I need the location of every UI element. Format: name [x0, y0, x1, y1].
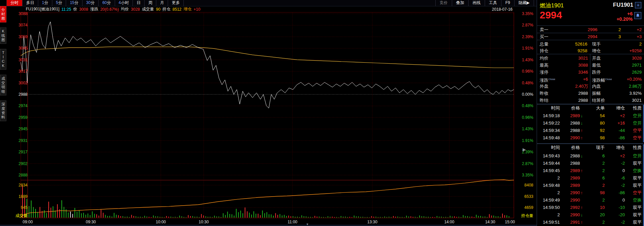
oi-axis-label: 4659 — [515, 206, 533, 210]
contract-name: 燃油1901 — [540, 2, 564, 9]
tick-table-row[interactable]: 22990↓20-20双平 — [537, 211, 644, 219]
tick-table-qty: 2 — [584, 219, 605, 226]
big-order-table-header: 时间价格大单增仓性质 — [537, 105, 644, 111]
time-axis-label: 09:30 — [81, 220, 101, 224]
tick-table-price: 2990 — [560, 189, 580, 197]
tick-table-oi-change: -2 — [605, 219, 625, 226]
panel-collapse-handle[interactable]: ▶ — [522, 146, 527, 153]
percent-axis-label: 2.39% — [515, 35, 533, 39]
percent-axis-label: 0.48% — [515, 104, 533, 108]
big-order-table-qty: 54 — [584, 112, 605, 120]
quote-grid-value: 2.40万 — [559, 83, 588, 90]
alert-bell-button[interactable] — [634, 12, 641, 19]
stat-value: +9258 — [607, 47, 642, 54]
tick-table-time: 14:59:50 — [538, 204, 560, 211]
big-order-table-header-cell: 时间 — [538, 105, 560, 111]
big-order-table-row[interactable]: 14:59:222988↓80+16空开 — [537, 120, 644, 127]
tick-table-time: 14:59:48 — [538, 182, 560, 189]
tick-table-price: 2989 — [560, 182, 580, 189]
percent-axis-label: 1.91% — [515, 139, 533, 143]
tick-table-time: 14:59:44 — [538, 160, 560, 167]
tick-table-time: 14:59:45 — [538, 167, 560, 174]
quote-grid-label: 昨结 — [540, 97, 548, 104]
tick-table-row[interactable]: 229896-6双平 — [537, 174, 644, 182]
big-order-table-header-cell: 增仓 — [605, 105, 625, 111]
tick-table-row[interactable]: 14:59:432988↓6+2空开 — [537, 152, 644, 160]
big-order-table-oi-change: -86 — [605, 134, 625, 142]
volume-axis-label: 945 — [7, 206, 28, 210]
quote-grid-row: 昨结2988结算价3021 — [537, 97, 644, 104]
stat-value: 52616 — [557, 41, 587, 48]
depth-row-买一[interactable]: 买一29943+3 — [537, 33, 644, 40]
tick-table-header-cell: 现手 — [584, 144, 605, 151]
scroll-down-icon[interactable]: ▼ — [306, 223, 309, 226]
big-order-table-oi-change: +16 — [605, 120, 625, 127]
quote-grid-value: 2988 — [559, 97, 588, 104]
tick-table-qty: 6 — [584, 174, 605, 182]
panel-separator — [537, 33, 644, 33]
stat-label: 增仓 — [592, 47, 601, 54]
big-order-table-row[interactable]: 14:59:342988↑92-44空平 — [537, 127, 644, 134]
quote-grid-row: 昨收2988振幅3.92% — [537, 90, 644, 97]
depth-row-卖一[interactable]: 卖一29962+2 — [537, 26, 644, 33]
quote-grid-value: 2629 — [611, 69, 642, 76]
tick-table-header-cell: 性质 — [626, 144, 642, 151]
tick-table-row[interactable]: 14:59:452989↑20空换 — [537, 167, 644, 174]
quote-panel: 燃油1901 FU1901 + 2994 +6 +0.20% 卖一29962+2… — [537, 0, 644, 226]
tick-table-qty: 2 — [584, 197, 605, 204]
tick-table-row[interactable]: 22990↑98-86空平 — [537, 189, 644, 197]
tick-table-oi-change: -86 — [605, 189, 625, 197]
quote-grid-value: 3021 — [559, 55, 588, 62]
contract-code: FU1901 — [613, 2, 633, 8]
tick-table-row[interactable]: 14:59:49299020空换 — [537, 197, 644, 204]
price-axis-label: 2959 — [7, 116, 28, 120]
tick-table-qty: 2 — [584, 160, 605, 167]
panel-separator — [537, 104, 644, 104]
big-order-table-oi-change: -44 — [605, 127, 625, 134]
quote-grid-value: 3028 — [611, 55, 642, 62]
add-contract-button[interactable]: + — [635, 2, 641, 8]
price-axis-label: 3088 — [7, 12, 28, 16]
stat-row-总量: 总量52616现手2 — [537, 41, 644, 48]
oi-pane-title: 持仓量 — [515, 214, 533, 218]
tick-table-qty: 98 — [584, 189, 605, 197]
stat-label: 现手 — [592, 41, 601, 48]
quote-grid-value: 3.92% — [611, 90, 642, 97]
price-change: +6 — [627, 11, 633, 16]
tick-table-time: 14:59:51 — [538, 219, 560, 226]
tick-table-qty: 10 — [584, 204, 605, 211]
bell-icon — [636, 13, 640, 18]
tick-table-row[interactable]: 14:59:4429882-2双平 — [537, 160, 644, 167]
tick-table-time: 14:59:49 — [538, 197, 560, 204]
price-axis-label: 3017 — [7, 69, 28, 73]
stat-label: 总量 — [540, 41, 548, 48]
percent-axis-label: 1.43% — [515, 127, 533, 131]
time-axis-label: 14:00 — [439, 220, 459, 224]
big-order-table-oi-change: +2 — [605, 112, 625, 120]
tick-table-row[interactable]: 14:59:502992↑10-10双平 — [537, 204, 644, 211]
tick-table-price: 2991 — [560, 219, 580, 226]
tick-table-header-cell: 时间 — [538, 144, 560, 151]
quote-grid-label: 振幅 — [592, 90, 601, 97]
price-axis-label: 2974 — [7, 104, 28, 108]
tick-table-price: 2990 — [560, 197, 580, 204]
big-order-table-header-cell: 大单 — [584, 105, 605, 111]
big-order-table-header-cell: 性质 — [626, 105, 642, 111]
percent-axis-label: 2.87% — [515, 162, 533, 166]
big-order-table-qty: 80 — [584, 120, 605, 127]
big-order-table-row[interactable]: 14:59:182989↓54+2空开 — [537, 112, 644, 120]
tick-table-row[interactable]: 14:59:4829892-2双平 — [537, 182, 644, 189]
time-axis-label: 14:30 — [480, 220, 500, 224]
tick-table-qty: 6 — [584, 152, 605, 160]
tick-table-nature: 空平 — [626, 189, 642, 197]
tick-table-row[interactable]: 14:59:512991↑2-2双平 — [537, 219, 644, 226]
tick-table-qty: 20 — [584, 211, 605, 219]
depth-oi-change: +3 — [622, 33, 642, 40]
quote-grid-label: 内盘 — [592, 83, 601, 90]
tick-table-nature: 双平 — [626, 182, 642, 189]
time-axis-label: 10:00 — [151, 220, 171, 224]
stat-row-持仓: 持仓9258增仓+9258 — [537, 47, 644, 54]
price-axis-label: 3031 — [7, 58, 28, 62]
big-order-table-row[interactable]: 14:59:482990↑98-86空平 — [537, 134, 644, 142]
tick-table-qty: 2 — [584, 182, 605, 189]
